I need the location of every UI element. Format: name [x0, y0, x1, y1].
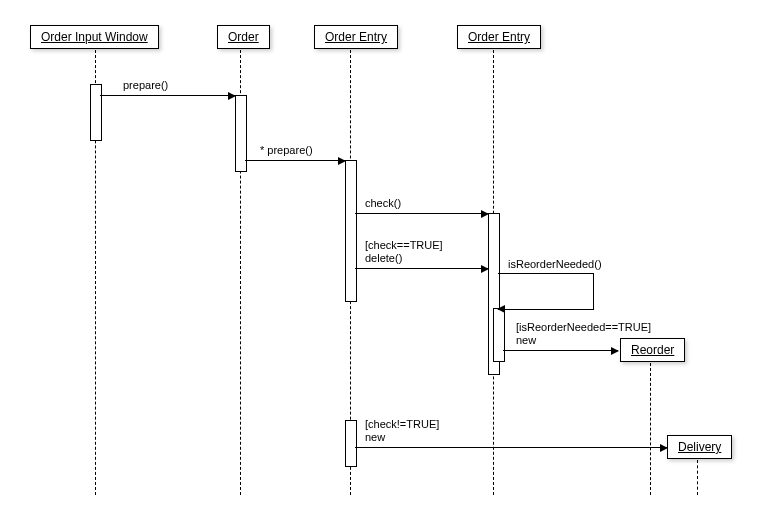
sequence-diagram: Order Input Window Order Order Entry Ord…	[0, 0, 757, 515]
message-arrow	[503, 350, 618, 351]
activation-bar	[345, 160, 357, 302]
lifeline-dash	[650, 363, 651, 495]
lifeline-order-input-window: Order Input Window	[30, 25, 159, 49]
activation-bar	[345, 420, 357, 467]
lifeline-order: Order	[217, 25, 270, 49]
message-arrow	[355, 447, 667, 448]
message-label: [check!=TRUE] new	[365, 418, 439, 444]
message-arrow	[355, 268, 488, 269]
message-arrow	[245, 160, 345, 161]
message-arrow	[100, 95, 235, 96]
message-label: isReorderNeeded()	[508, 258, 602, 271]
message-label: * prepare()	[260, 144, 313, 157]
object-reorder: Reorder	[620, 338, 685, 362]
self-message	[498, 273, 594, 310]
message-label: check()	[365, 197, 401, 210]
activation-bar	[493, 308, 505, 362]
lifeline-order-entry-1: Order Entry	[314, 25, 398, 49]
object-delivery: Delivery	[667, 435, 732, 459]
lifeline-order-entry-2: Order Entry	[457, 25, 541, 49]
message-label: prepare()	[123, 79, 168, 92]
lifeline-dash	[697, 460, 698, 495]
message-label: [check==TRUE] delete()	[365, 239, 443, 265]
activation-bar	[90, 84, 102, 141]
message-arrow	[355, 213, 488, 214]
